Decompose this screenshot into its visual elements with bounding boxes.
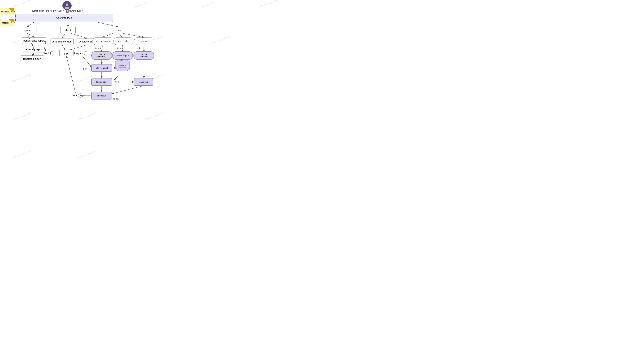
watermark: Jianxue Xiao 0042 [12,150,32,160]
base-sampler-node: base sampler [134,37,154,45]
vendor-engine-node: vendor engine [112,51,133,60]
result-top-node: result [44,51,54,56]
inherit3-label: inherit [138,47,144,50]
avatar [62,1,72,10]
watermark: Jianxue Xiao 0042 [211,35,231,44]
watermark: Jianxue Xiao 0042 [77,150,97,160]
result-bottom-circle [78,94,82,98]
pull-label: pull [83,67,87,70]
watermark: Jianxue Xiao 0042 [12,0,32,8]
result-top-circle [50,51,54,56]
inherit1-label: inherit [95,47,102,50]
diagram-canvas: Jianxue Xiao 0042 Jianxue Xiao 0042 Jian… [0,0,322,182]
performance-report-node: performance report [22,37,46,44]
watermark: Jianxue Xiao 0042 [77,112,97,121]
arrows-svg [0,0,322,182]
sampling-node: sampling [134,78,153,86]
base-scheduler-node: base scheduler [92,37,113,45]
request-node: request [76,51,88,56]
svg-point-0 [66,4,68,6]
watermark: Jianxue Xiao 0042 [259,0,279,8]
reporter-node: reporter [18,27,37,33]
svg-line-26 [80,54,91,67]
svg-line-13 [96,22,118,27]
svg-line-30 [102,45,103,51]
user-interface-node: User Inferface [15,14,113,22]
report-to-plt-node: report to plt/json [20,56,44,62]
svg-line-27 [103,33,113,37]
vendor-sampler-node: vendor sampler [134,51,154,60]
svg-point-6 [116,67,130,71]
svg-line-22 [62,45,65,50]
result-bottom-node: result [72,94,82,98]
svg-line-28 [118,33,122,37]
token-label: token [113,98,118,100]
svg-line-17 [32,52,34,56]
client-node: client [60,27,76,33]
watermark: Jianxue Xiao 0042 [201,0,222,8]
svg-line-11 [28,22,34,27]
add-result-node: add result [91,92,112,100]
svg-line-41 [112,86,144,94]
command-text: python3 perf_engine.py --task X --hardwa… [32,10,84,12]
svg-point-1 [65,7,69,9]
logits-label: logits [114,80,119,83]
request-circle [84,51,88,56]
fetch-request-node: fetch request [91,64,112,72]
svg-line-21 [71,33,87,38]
accuracy-report-node: accuracy report [22,46,46,52]
watermark: Jianxue Xiao 0042 [134,0,154,8]
svg-line-36 [114,73,120,80]
grpc-node: grpc [59,50,74,56]
put-label: put [82,94,86,97]
watermark: Jianxue Xiao 0042 [12,73,32,83]
base-engine-node: base engine [113,37,134,45]
svg-text:model: model [120,64,126,67]
fetch-output-node: fetch output [91,78,112,86]
performance-client-node: performance client [50,38,74,45]
watermark: Jianxue Xiao 0042 [144,112,164,121]
svg-line-29 [122,33,144,37]
vendor-scheduler-node: vendor scheduler [91,51,112,60]
svg-line-43 [66,56,76,94]
inherit2-label: inherit [117,47,124,50]
watermark: Jianxue Xiao 0042 [12,112,32,121]
model-db-node: model [115,59,130,73]
svg-line-23 [70,45,87,50]
svg-line-20 [62,33,65,38]
model-json-node: model.json [0,19,14,26]
workload-json-node: workload.json [0,8,14,15]
server-node: server [110,27,126,33]
svg-line-14 [28,33,34,37]
